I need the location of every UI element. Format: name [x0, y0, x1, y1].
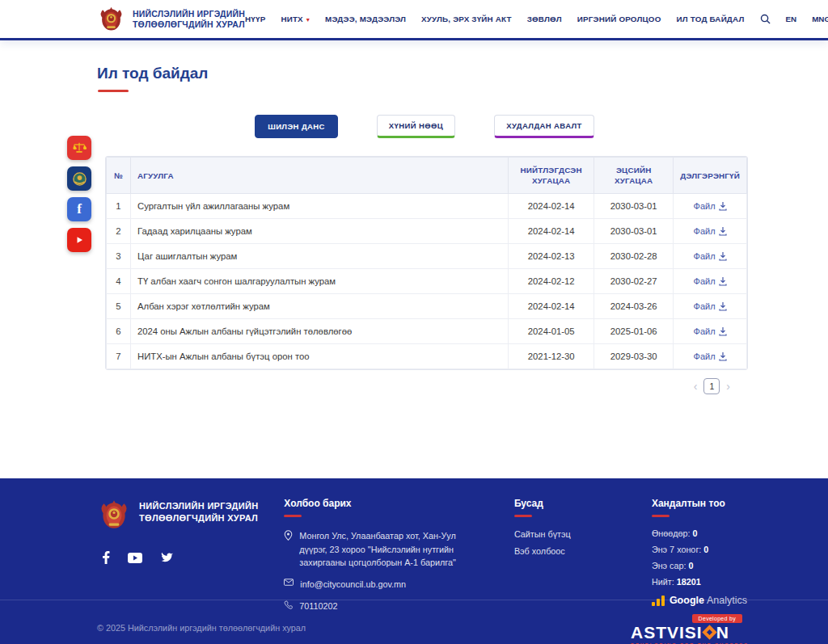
site-brand[interactable]: НИЙСЛЭЛИЙН ИРГЭДИЙН ТӨЛӨӨЛӨГЧДИЙН ХУРАЛ — [97, 5, 245, 33]
footer-youtube-button[interactable] — [128, 553, 142, 563]
footer-brand: НИЙСЛЭЛИЙН ИРГЭДИЙН ТӨЛӨӨЛӨГЧДИЙН ХУРАЛ — [97, 498, 284, 621]
youtube-button[interactable] — [67, 228, 91, 252]
footer-twitter-button[interactable] — [160, 552, 173, 563]
nav-item[interactable]: ЗӨВЛӨЛ — [527, 15, 562, 23]
row-content: ТҮ албан хаагч сонгон шалгаруулалтын жур… — [131, 269, 509, 294]
row-number: 1 — [107, 194, 131, 219]
title-underline — [98, 90, 129, 92]
download-icon — [719, 227, 727, 236]
file-download-link[interactable]: Файл — [694, 201, 727, 211]
chevron-down-icon: ▾ — [306, 16, 310, 23]
row-published-date: 2024-02-14 — [509, 219, 594, 244]
floating-social-bar: f — [67, 136, 91, 252]
contact-heading: Холбоо барих — [284, 498, 466, 509]
visit-stat: Энэ 7 хоног:0 — [652, 545, 747, 554]
row-number: 3 — [107, 244, 131, 269]
lang-en[interactable]: EN — [786, 15, 797, 23]
row-number: 4 — [107, 269, 131, 294]
nav-item[interactable]: МЭДЭЭ, МЭДЭЭЛЭЛ — [325, 15, 406, 23]
col-number: № — [107, 158, 131, 194]
col-content: АГУУЛГА — [131, 158, 509, 194]
col-deadline: ЭЦСИЙН ХУГАЦАА — [594, 158, 674, 194]
tab-inactive[interactable]: ХУДАЛДАН АВАЛТ — [494, 115, 594, 138]
file-download-link[interactable]: Файл — [694, 326, 727, 336]
row-published-date: 2024-02-14 — [509, 194, 594, 219]
search-icon — [760, 14, 771, 24]
prev-page-icon[interactable]: ‹ — [694, 381, 698, 392]
main-content: Ил тод байдал f ШИЛЭН ДАНСХҮНИЙ НӨӨЦХУДА… — [0, 40, 828, 478]
row-number: 5 — [107, 294, 131, 319]
row-content: НИТХ-ын Ажлын албаны бүтэц орон тоо — [131, 344, 509, 369]
row-number: 6 — [107, 319, 131, 344]
table-header: № АГУУЛГА НИЙТЛЭГДСЭН ХУГАЦАА ЭЦСИЙН ХУГ… — [107, 158, 747, 194]
tab-active[interactable]: ШИЛЭН ДАНС — [255, 115, 338, 138]
footer-link[interactable]: Сайтын бүтэц — [514, 529, 619, 539]
email-link[interactable]: info@citycouncil.ub.gov.mn — [300, 578, 406, 591]
file-download-link[interactable]: Файл — [694, 251, 727, 261]
visits-heading: Хандалтын тоо — [652, 498, 747, 509]
nav-item[interactable]: ИЛ ТОД БАЙДАЛ — [677, 15, 745, 23]
analytics-bars-icon — [652, 596, 665, 606]
row-content: Албан хэрэг хөтлөлтийн журам — [131, 294, 509, 319]
developed-by-label: Developed by — [692, 614, 742, 623]
search-button[interactable] — [760, 14, 771, 24]
pagination: ‹ 1 › — [105, 378, 748, 394]
tab-inactive[interactable]: ХҮНИЙ НӨӨЦ — [377, 115, 455, 138]
next-page-icon[interactable]: › — [726, 381, 730, 392]
row-published-date: 2024-02-14 — [509, 294, 594, 319]
documents-table: № АГУУЛГА НИЙТЛЭГДСЭН ХУГАЦАА ЭЦСИЙН ХУГ… — [105, 156, 748, 370]
visit-stats: Өнөөдөр:0Энэ 7 хоног:0Энэ сар:0Нийт:1820… — [652, 528, 747, 587]
address-text: Монгол Улс, Улаанбаатар хот, Хан-Уул дүү… — [299, 529, 466, 570]
main-nav: НҮҮРНИТХ▾МЭДЭЭ, МЭДЭЭЛЭЛХУУЛЬ, ЭРХ ЗҮЙН … — [245, 14, 828, 24]
government-emblem-icon — [72, 171, 87, 187]
developer-logo[interactable]: Developed by ASTVISIN DEVELOPING FOR THE… — [631, 608, 749, 644]
footer-site-title: НИЙСЛЭЛИЙН ИРГЭДИЙН ТӨЛӨӨЛӨГЧДИЙН ХУРАЛ — [139, 500, 258, 524]
page-number-button[interactable]: 1 — [703, 378, 720, 394]
download-icon — [719, 327, 727, 336]
file-download-link[interactable]: Файл — [694, 226, 727, 236]
table-body: 1Сургалтын үйл ажиллагааны журам2024-02-… — [107, 194, 747, 369]
footer-emblem-logo-icon — [97, 498, 131, 532]
row-deadline-date: 2029-03-30 — [594, 344, 674, 369]
download-icon — [719, 252, 727, 261]
lang-mng[interactable]: MNG — [812, 15, 828, 23]
row-published-date: 2024-01-05 — [509, 319, 594, 344]
footer-contact: Холбоо барих Монгол Улс, Улаанбаатар хот… — [284, 498, 466, 621]
google-analytics-badge: GoogleAnalytics — [652, 595, 747, 606]
location-pin-icon — [284, 530, 293, 541]
download-icon — [719, 202, 727, 211]
youtube-icon — [128, 553, 142, 563]
legal-info-button[interactable] — [67, 136, 91, 160]
file-download-link[interactable]: Файл — [694, 301, 727, 311]
facebook-button[interactable]: f — [67, 197, 91, 221]
nav-item[interactable]: ИРГЭНИЙ ОРОЛЦОО — [577, 15, 661, 23]
nav-item[interactable]: НИТХ▾ — [281, 15, 310, 23]
twitter-icon — [160, 552, 173, 563]
copyright-text: © 2025 Нийслэлийн иргэдийн төлөөлөгчдийн… — [97, 623, 306, 633]
facebook-icon: f — [77, 201, 82, 217]
footer-divider — [0, 600, 828, 600]
row-deadline-date: 2030-02-27 — [594, 269, 674, 294]
file-download-link[interactable]: Файл — [694, 351, 727, 361]
government-emblem-button[interactable] — [67, 166, 91, 191]
table-row: 62024 оны Ажлын албаны гүйцэтгэлийн төлө… — [107, 319, 747, 344]
row-published-date: 2021-12-30 — [509, 344, 594, 369]
footer-facebook-button[interactable] — [102, 551, 110, 564]
table-row: 1Сургалтын үйл ажиллагааны журам2024-02-… — [107, 194, 747, 219]
nav-item[interactable]: ХУУЛЬ, ЭРХ ЗҮЙН АКТ — [421, 15, 512, 23]
file-download-link[interactable]: Файл — [694, 276, 727, 286]
row-content: Сургалтын үйл ажиллагааны журам — [131, 194, 509, 219]
row-published-date: 2024-02-13 — [509, 244, 594, 269]
row-deadline-date: 2030-03-01 — [594, 219, 674, 244]
footer-link[interactable]: Вэб холбоос — [514, 546, 619, 556]
site-title: НИЙСЛЭЛИЙН ИРГЭДИЙН ТӨЛӨӨЛӨГЧДИЙН ХУРАЛ — [133, 9, 245, 29]
nav-item[interactable]: НҮҮР — [245, 15, 265, 23]
table-row: 3Цаг ашиглалтын журам2024-02-132030-02-2… — [107, 244, 747, 269]
download-icon — [719, 302, 727, 311]
row-content: 2024 оны Ажлын албаны гүйцэтгэлийн төлөв… — [131, 319, 509, 344]
page: НИЙСЛЭЛИЙН ИРГЭДИЙН ТӨЛӨӨЛӨГЧДИЙН ХУРАЛ … — [0, 0, 828, 644]
table-row: 4ТҮ албан хаагч сонгон шалгаруулалтын жу… — [107, 269, 747, 294]
download-icon — [719, 277, 727, 286]
row-content: Гадаад харилцааны журам — [131, 219, 509, 244]
other-heading: Бусад — [514, 498, 619, 509]
